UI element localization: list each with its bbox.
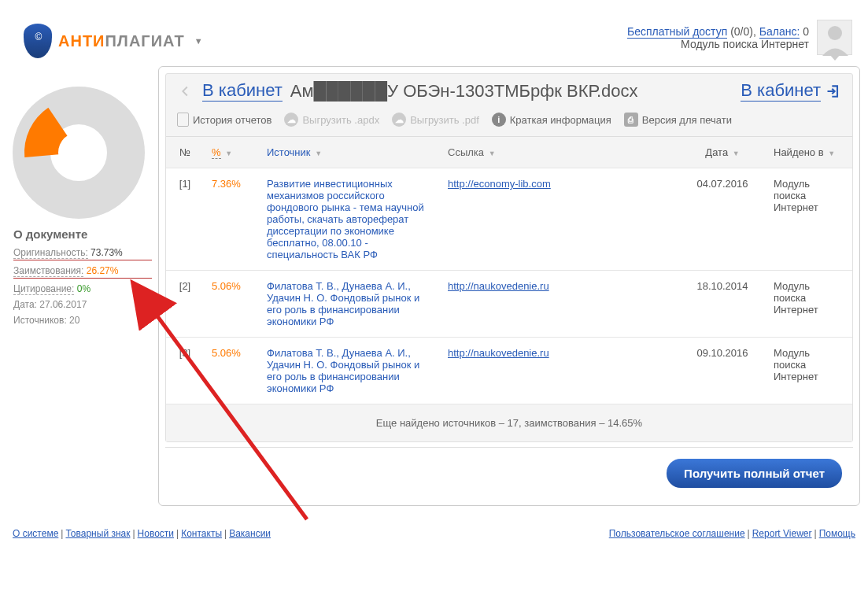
sources-table: № % ▼ Источник ▼ Ссылка ▼ Дата ▼ Найдено…	[166, 136, 852, 441]
page-footer: О системе|Товарный знак|Новости|Контакты…	[0, 522, 868, 555]
date-label: Дата:	[13, 299, 37, 310]
free-access-count: (0/0),	[730, 25, 756, 38]
info-icon: i	[492, 113, 506, 127]
cell-date: 09.10.2016	[679, 338, 766, 404]
balance-link[interactable]: Баланс:	[759, 25, 800, 39]
cell-source[interactable]: Развитие инвестиционных механизмов росси…	[259, 168, 440, 271]
table-row: [3]5.06%Филатова Т. В., Дунаева А. И., У…	[166, 338, 852, 404]
borrowing-value: 26.27%	[87, 265, 119, 276]
footer-left-links: О системе|Товарный знак|Новости|Контакты…	[13, 528, 271, 539]
footer-right-links: Пользовательское соглашение|Report Viewe…	[609, 528, 855, 539]
download-icon: ☁	[392, 113, 406, 127]
avatar[interactable]	[817, 20, 852, 55]
full-report-button[interactable]: Получить полный отчет	[667, 459, 842, 488]
originality-value: 73.73%	[90, 247, 123, 258]
date-value: 27.06.2017	[39, 299, 87, 310]
cell-pct: 7.36%	[204, 168, 259, 271]
cell-num: [1]	[166, 168, 204, 271]
document-info-heading: О документе	[13, 227, 152, 241]
svg-point-0	[828, 26, 842, 40]
cell-date: 04.07.2016	[679, 168, 766, 271]
history-button[interactable]: История отчетов	[177, 113, 271, 127]
footer-link[interactable]: О системе	[13, 528, 58, 539]
cell-pct: 5.06%	[204, 271, 259, 338]
cell-link[interactable]: http://naukovedenie.ru	[448, 347, 549, 359]
col-source[interactable]: Источник	[267, 146, 311, 158]
footer-link[interactable]: Новости	[138, 528, 174, 539]
printer-icon: ⎙	[624, 113, 638, 127]
chevron-down-icon[interactable]: ▼	[194, 36, 203, 46]
sources-value: 20	[69, 315, 79, 326]
report-toolbar: История отчетов ☁ Выгрузить .apdx ☁ Выгр…	[166, 108, 852, 136]
footer-link[interactable]: Помощь	[819, 528, 855, 539]
document-filename: Ам██████У ОБЭн-1303ТМБрфк ВКР.docx	[290, 81, 638, 102]
borrowing-label: Заимствования:	[13, 265, 83, 277]
col-num[interactable]: №	[179, 146, 190, 158]
more-sources-row: Еще найдено источников – 17, заимствован…	[166, 404, 852, 441]
document-info: О документе Оригинальность: 73.73% Заимс…	[12, 227, 153, 326]
search-module-label: Модуль поиска Интернет	[627, 38, 809, 50]
cell-pct: 5.06%	[204, 338, 259, 404]
logo[interactable]: АНТИПЛАГИАТ ▼	[24, 24, 203, 58]
export-pdf-button[interactable]: ☁ Выгрузить .pdf	[392, 113, 479, 127]
citation-value: 0%	[77, 283, 90, 294]
balance-value: 0	[803, 25, 809, 38]
cell-num: [3]	[166, 338, 204, 404]
originality-donut-chart	[12, 86, 146, 220]
cell-num: [2]	[166, 271, 204, 338]
footer-link[interactable]: Пользовательское соглашение	[609, 528, 745, 539]
cell-source[interactable]: Филатова Т. В., Дунаева А. И., Удачин Н.…	[259, 271, 440, 338]
print-button[interactable]: ⎙ Версия для печати	[624, 113, 732, 127]
cell-found: Модуль поиска Интернет	[766, 271, 852, 338]
col-date[interactable]: Дата	[705, 146, 728, 158]
table-row: [1]7.36%Развитие инвестиционных механизм…	[166, 168, 852, 271]
export-apdx-button[interactable]: ☁ Выгрузить .apdx	[284, 113, 379, 127]
logo-text-anti: АНТИ	[58, 32, 105, 50]
download-icon: ☁	[284, 113, 298, 127]
cell-link[interactable]: http://economy-lib.com	[448, 178, 551, 190]
sources-label: Источников:	[13, 315, 67, 326]
page-header: АНТИПЛАГИАТ ▼ Бесплатный доступ (0/0), Б…	[0, 0, 868, 66]
cell-link[interactable]: http://naukovedenie.ru	[448, 280, 549, 292]
col-found[interactable]: Найдено в	[774, 146, 824, 158]
svg-point-2	[58, 132, 99, 173]
logo-text-plagiat: ПЛАГИАТ	[105, 32, 184, 50]
col-link[interactable]: Ссылка	[448, 146, 484, 158]
footer-link[interactable]: Report Viewer	[752, 528, 812, 539]
cell-date: 18.10.2014	[679, 271, 766, 338]
document-icon	[177, 113, 189, 127]
shield-icon	[24, 24, 52, 58]
cell-source[interactable]: Филатова Т. В., Дунаева А. И., Удачин Н.…	[259, 338, 440, 404]
cell-found: Модуль поиска Интернет	[766, 168, 852, 271]
table-row: [2]5.06%Филатова Т. В., Дунаева А. И., У…	[166, 271, 852, 338]
back-arrow-icon[interactable]	[177, 83, 194, 100]
col-pct[interactable]: %	[212, 146, 221, 159]
footer-link[interactable]: Вакансии	[229, 528, 271, 539]
citation-label: Цитирование:	[13, 283, 74, 295]
back-to-cabinet-link[interactable]: В кабинет	[202, 80, 283, 102]
short-info-button[interactable]: i Краткая информация	[492, 113, 611, 127]
footer-link[interactable]: Товарный знак	[65, 528, 130, 539]
free-access-link[interactable]: Бесплатный доступ	[627, 25, 727, 39]
login-icon	[826, 83, 841, 99]
originality-label: Оригинальность:	[13, 247, 88, 259]
table-header-row: № % ▼ Источник ▼ Ссылка ▼ Дата ▼ Найдено…	[166, 137, 852, 168]
cell-found: Модуль поиска Интернет	[766, 338, 852, 404]
document-title-bar: В кабинет Ам██████У ОБЭн-1303ТМБрфк ВКР.…	[166, 74, 852, 108]
to-cabinet-link[interactable]: В кабинет	[741, 80, 841, 102]
footer-link[interactable]: Контакты	[181, 528, 222, 539]
sidebar: О документе Оригинальность: 73.73% Заимс…	[12, 66, 158, 506]
chevron-down-icon	[829, 54, 840, 61]
account-area: Бесплатный доступ (0/0), Баланс: 0 Модул…	[627, 24, 852, 55]
report-panel: В кабинет Ам██████У ОБЭн-1303ТМБрфк ВКР.…	[158, 66, 860, 506]
